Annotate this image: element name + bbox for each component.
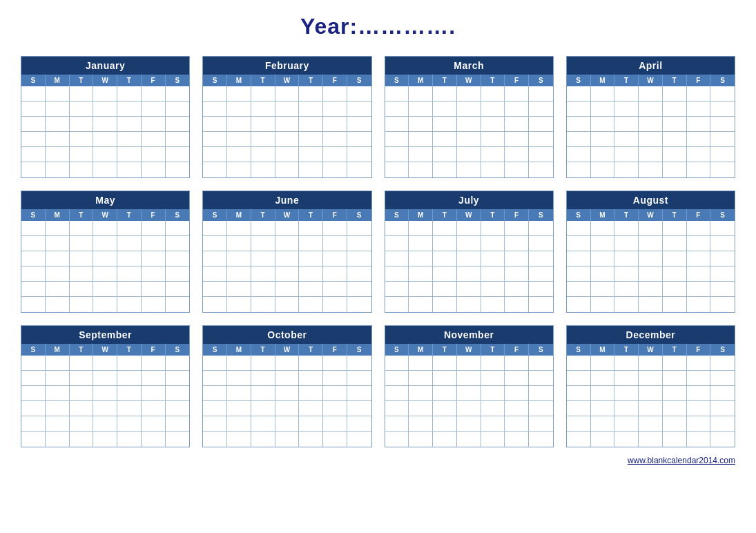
- calendar-body: [385, 86, 553, 177]
- calendar-cell: [639, 101, 663, 117]
- calendar-cell: [710, 251, 735, 266]
- calendar-cell: [203, 386, 227, 401]
- calendar-cell: [457, 147, 481, 162]
- calendar-cell: [614, 162, 639, 177]
- calendar-cell: [46, 386, 70, 401]
- calendar-cell: [251, 132, 275, 147]
- calendar-cell: [529, 251, 553, 266]
- calendar-cell: [433, 266, 457, 282]
- calendar-cell: [93, 282, 117, 297]
- calendar-cell: [529, 86, 553, 101]
- calendar-cell: [117, 162, 142, 177]
- calendar-cell: [251, 162, 275, 177]
- calendar-cell: [347, 147, 371, 162]
- calendar-cell: [166, 86, 190, 101]
- calendar-cell: [614, 266, 639, 282]
- calendar-cell: [142, 297, 166, 312]
- calendar-cell: [70, 282, 94, 297]
- calendar-cell: [457, 297, 481, 312]
- calendar-cell: [529, 432, 553, 447]
- day-label: W: [639, 209, 663, 221]
- calendar-cell: [687, 401, 711, 416]
- calendar-cell: [481, 416, 505, 432]
- calendar-cell: [251, 356, 275, 371]
- calendar-cell: [203, 416, 227, 432]
- calendar-cell: [21, 266, 46, 282]
- calendar-cell: [591, 371, 615, 386]
- calendar-cell: [457, 356, 481, 371]
- calendar-cell: [93, 416, 117, 432]
- calendar-cell: [481, 371, 505, 386]
- calendar-cell: [687, 236, 711, 251]
- calendar-cell: [323, 117, 347, 132]
- day-label: W: [93, 344, 117, 356]
- calendar-cell: [251, 117, 275, 132]
- calendar-cell: [251, 401, 275, 416]
- calendar-cell: [639, 266, 663, 282]
- calendar-cell: [117, 432, 142, 447]
- calendar-cell: [639, 86, 663, 101]
- calendar-cell: [433, 416, 457, 432]
- calendar-cell: [46, 221, 70, 236]
- day-label: W: [93, 209, 117, 221]
- website-link[interactable]: www.blankcalendar2014.com: [628, 456, 735, 465]
- calendar-cell: [347, 297, 371, 312]
- calendar-cell: [591, 101, 615, 117]
- day-label: M: [409, 344, 433, 356]
- calendar-cell: [529, 236, 553, 251]
- calendar-cell: [567, 147, 591, 162]
- calendar-cell: [117, 101, 142, 117]
- calendar-cell: [70, 132, 94, 147]
- calendar-cell: [591, 221, 615, 236]
- day-label: S: [21, 344, 46, 356]
- calendar-cell: [323, 416, 347, 432]
- calendar-cell: [142, 86, 166, 101]
- calendar-cell: [457, 282, 481, 297]
- days-header: SMTWTFS: [21, 209, 189, 221]
- day-label: S: [166, 344, 190, 356]
- calendar-cell: [567, 162, 591, 177]
- calendar-cell: [639, 251, 663, 266]
- calendar-cell: [481, 282, 505, 297]
- calendar-cell: [142, 251, 166, 266]
- day-label: S: [385, 209, 409, 221]
- calendar-cell: [299, 147, 323, 162]
- calendar-cell: [591, 297, 615, 312]
- calendar-cell: [385, 266, 409, 282]
- day-label: F: [687, 209, 711, 221]
- calendar-cell: [663, 297, 687, 312]
- calendar-cell: [227, 401, 251, 416]
- calendar-cell: [323, 432, 347, 447]
- calendar-cell: [505, 416, 529, 432]
- calendar-cell: [275, 432, 300, 447]
- calendar-cell: [142, 132, 166, 147]
- calendar-cell: [567, 386, 591, 401]
- calendar-cell: [251, 101, 275, 117]
- calendar-cell: [663, 266, 687, 282]
- calendar-cell: [166, 297, 190, 312]
- calendar-cell: [93, 86, 117, 101]
- calendar-cell: [663, 162, 687, 177]
- calendar-cell: [710, 117, 735, 132]
- calendar-cell: [21, 86, 46, 101]
- calendar-cell: [567, 416, 591, 432]
- calendar-cell: [347, 86, 371, 101]
- calendar-cell: [323, 282, 347, 297]
- calendar-cell: [567, 356, 591, 371]
- calendar-cell: [227, 416, 251, 432]
- calendar-cell: [323, 266, 347, 282]
- day-label: T: [299, 75, 323, 86]
- day-label: T: [251, 209, 275, 221]
- calendar-cell: [710, 132, 735, 147]
- calendar-cell: [567, 221, 591, 236]
- calendar-cell: [323, 297, 347, 312]
- calendar-cell: [166, 356, 190, 371]
- month-calendar-july: JulySMTWTFS: [385, 191, 554, 313]
- calendar-cell: [505, 356, 529, 371]
- calendar-cell: [663, 117, 687, 132]
- calendar-cell: [275, 117, 300, 132]
- calendar-cell: [275, 297, 300, 312]
- calendar-cell: [203, 101, 227, 117]
- calendar-cell: [299, 432, 323, 447]
- calendar-cell: [433, 221, 457, 236]
